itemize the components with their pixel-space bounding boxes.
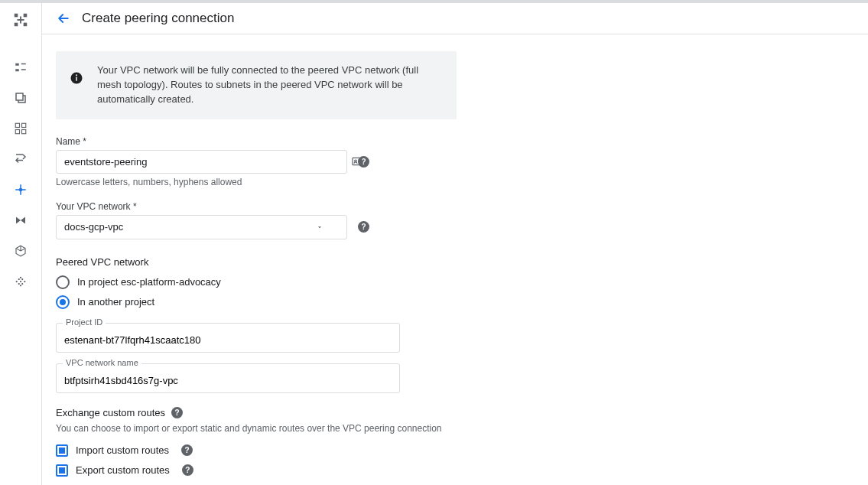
back-button[interactable] xyxy=(56,11,71,26)
sidebar-item-1[interactable] xyxy=(11,58,30,76)
export-routes-check[interactable]: Export custom routes ? xyxy=(56,464,457,477)
svg-point-19 xyxy=(20,277,21,278)
svg-point-21 xyxy=(20,285,21,286)
svg-rect-12 xyxy=(22,123,26,127)
checkbox-icon xyxy=(56,444,68,457)
exchange-title-text: Exchange custom routes xyxy=(56,407,165,418)
svg-point-23 xyxy=(21,283,23,285)
radio-icon xyxy=(56,275,70,289)
check-label: Import custom routes xyxy=(76,444,169,456)
svg-point-24 xyxy=(24,281,25,282)
info-icon xyxy=(70,71,83,87)
svg-point-29 xyxy=(355,160,357,162)
name-label: Name * xyxy=(56,136,457,147)
help-icon[interactable]: ? xyxy=(182,464,193,476)
svg-rect-7 xyxy=(15,69,19,71)
svg-rect-5 xyxy=(20,16,21,23)
caret-down-icon xyxy=(316,223,323,231)
sidebar xyxy=(0,3,42,485)
sidebar-item-2[interactable] xyxy=(11,89,30,107)
svg-rect-3 xyxy=(24,23,28,27)
sidebar-item-8[interactable] xyxy=(11,272,30,291)
radio-in-project[interactable]: In project esc-platform-advocacy xyxy=(56,275,457,289)
import-routes-check[interactable]: Import custom routes ? xyxy=(56,444,457,457)
svg-rect-11 xyxy=(15,123,19,127)
help-icon[interactable]: ? xyxy=(358,221,369,233)
svg-rect-26 xyxy=(76,77,77,81)
vpc-name-label: VPC network name xyxy=(63,358,141,367)
exchange-hint: You can choose to import or export stati… xyxy=(56,423,457,434)
svg-point-18 xyxy=(18,283,20,285)
product-icon xyxy=(11,11,30,29)
name-hint: Lowercase letters, numbers, hyphens allo… xyxy=(56,177,457,187)
svg-rect-10 xyxy=(16,93,23,100)
project-id-input[interactable] xyxy=(57,324,399,352)
svg-point-22 xyxy=(21,278,23,280)
info-banner: Your VPC network will be fully connected… xyxy=(56,51,457,119)
vpc-name-input[interactable] xyxy=(57,364,399,392)
svg-rect-0 xyxy=(15,14,18,18)
sidebar-item-peering[interactable] xyxy=(11,181,30,199)
vpc-label: Your VPC network * xyxy=(56,201,457,212)
svg-rect-6 xyxy=(15,63,19,66)
svg-rect-9 xyxy=(21,69,26,70)
svg-point-16 xyxy=(16,281,18,282)
contact-icon[interactable] xyxy=(351,155,363,168)
page-header: Create peering connection xyxy=(42,3,868,34)
svg-rect-1 xyxy=(24,14,28,18)
svg-point-20 xyxy=(20,281,21,282)
radio-another-project[interactable]: In another project xyxy=(56,295,457,309)
checkbox-icon xyxy=(56,464,68,477)
svg-point-17 xyxy=(18,278,20,280)
sidebar-item-4[interactable] xyxy=(11,150,30,168)
svg-rect-8 xyxy=(21,63,26,65)
svg-point-15 xyxy=(20,189,22,191)
svg-rect-2 xyxy=(15,23,18,27)
page-title: Create peering connection xyxy=(82,11,234,26)
project-id-field: Project ID xyxy=(56,323,400,353)
info-text: Your VPC network will be fully connected… xyxy=(97,63,443,107)
project-id-label: Project ID xyxy=(63,317,106,327)
name-input[interactable] xyxy=(56,150,347,174)
svg-rect-14 xyxy=(22,130,26,134)
sidebar-item-6[interactable] xyxy=(11,211,30,229)
svg-rect-28 xyxy=(353,158,362,165)
radio-icon xyxy=(56,295,70,309)
sidebar-item-7[interactable] xyxy=(11,242,30,260)
check-label: Export custom routes xyxy=(76,464,170,476)
radio-label: In another project xyxy=(77,296,154,308)
vpc-value: docs-gcp-vpc xyxy=(64,221,123,233)
vpc-select[interactable]: docs-gcp-vpc xyxy=(56,215,347,239)
vpc-name-field: VPC network name xyxy=(56,363,400,393)
peered-section-title: Peered VPC network xyxy=(56,256,457,268)
help-icon[interactable]: ? xyxy=(171,407,183,418)
exchange-title: Exchange custom routes ? xyxy=(56,407,457,418)
svg-rect-13 xyxy=(15,130,19,134)
help-icon[interactable]: ? xyxy=(181,444,193,456)
sidebar-item-3[interactable] xyxy=(11,119,30,138)
svg-point-27 xyxy=(76,74,77,76)
radio-label: In project esc-platform-advocacy xyxy=(77,276,221,288)
